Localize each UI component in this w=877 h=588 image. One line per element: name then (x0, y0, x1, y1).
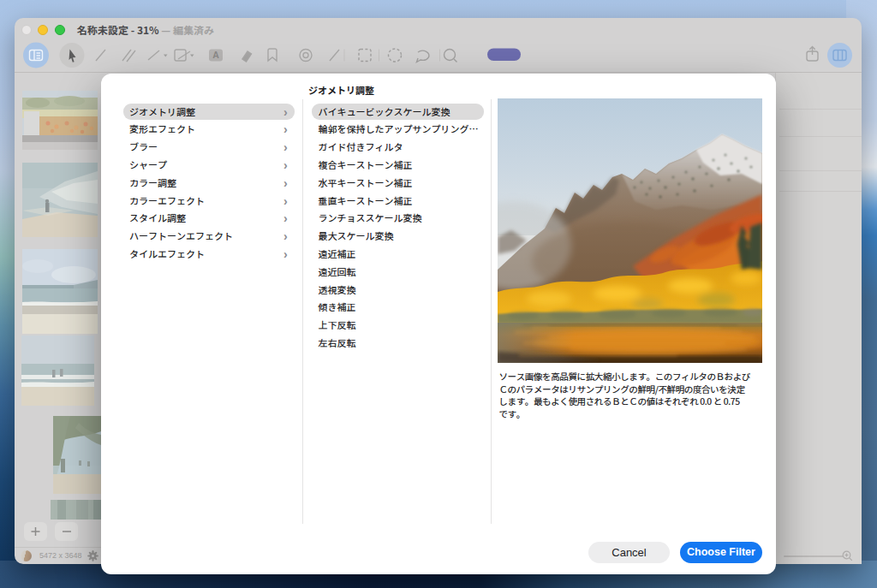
svg-text:A: A (212, 50, 219, 60)
